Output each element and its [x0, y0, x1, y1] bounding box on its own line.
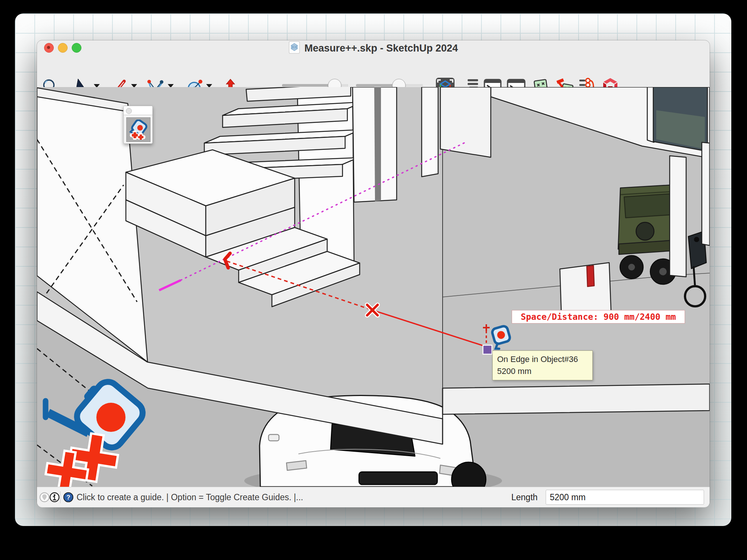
document-icon: [289, 41, 300, 55]
statusbar: ? Click to create a guide. | Option = To…: [37, 487, 710, 507]
palette-close-button[interactable]: [126, 108, 132, 114]
tooltip-line2: 5200 mm: [497, 365, 588, 377]
measure-plus-plus-icon: [129, 120, 148, 140]
svg-text:?: ?: [66, 494, 70, 501]
time-slider-track[interactable]: [356, 84, 423, 87]
desktop: Measure++.skp - SketchUp 2024: [0, 0, 747, 560]
length-input[interactable]: [546, 490, 704, 505]
palette-titlebar[interactable]: [124, 106, 152, 115]
white-pickup: [560, 263, 611, 315]
measure-palette-window[interactable]: [123, 106, 153, 144]
titlebar[interactable]: Measure++.skp - SketchUp 2024: [37, 40, 710, 56]
viewport[interactable]: Space/Distance: 900 mm/2400 mm On Edge i…: [37, 87, 710, 487]
measure-plus-plus-tool-button[interactable]: [125, 117, 151, 143]
credits-button[interactable]: [49, 492, 60, 502]
space-distance-readout: Space/Distance: 900 mm/2400 mm: [512, 310, 685, 324]
tooltip-line1: On Edge in Object#36: [497, 353, 588, 365]
far-column-edge: [702, 142, 710, 245]
on-edge-inference-point: [483, 345, 492, 354]
length-label: Length: [511, 487, 537, 507]
toolbar: 11/08 01:30 PM: [37, 56, 710, 87]
help-button[interactable]: ?: [63, 492, 74, 502]
geolocation-button[interactable]: [39, 492, 50, 502]
window-title: Measure++.skp - SketchUp 2024: [304, 43, 458, 54]
statusbar-divider: [60, 491, 61, 503]
far-column: [670, 156, 686, 277]
status-message: Click to create a guide. | Option = Togg…: [77, 487, 303, 507]
viewport-scene: [37, 87, 710, 487]
sketchup-window: Measure++.skp - SketchUp 2024: [37, 40, 710, 507]
inference-tooltip: On Edge in Object#36 5200 mm: [492, 350, 593, 380]
